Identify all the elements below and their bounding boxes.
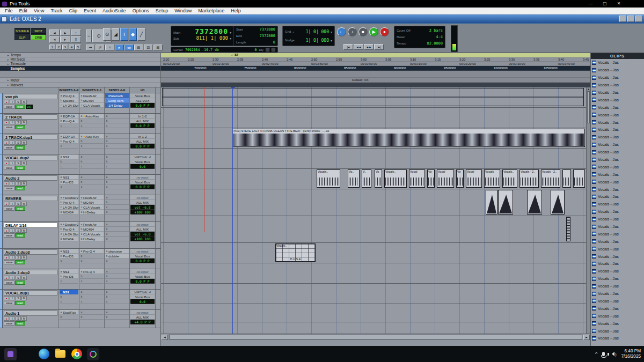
hidden-icons-chevron[interactable]: ^ bbox=[595, 351, 597, 357]
automation-mode-button[interactable]: read bbox=[15, 233, 25, 238]
menu-edit[interactable]: Edit bbox=[16, 8, 31, 13]
audio-clip-beat[interactable]: (free) STEVE LACY x FRANK OCEAN TYPE BEA… bbox=[232, 129, 585, 147]
mute-button[interactable]: M bbox=[21, 316, 27, 321]
io-no-input[interactable]: no input bbox=[130, 195, 155, 200]
audio-clip-vocal[interactable]: Vocal bbox=[466, 169, 482, 188]
automation-mode-button[interactable]: read bbox=[15, 280, 25, 285]
insert-h-delay[interactable]: dH-Delay bbox=[80, 237, 104, 241]
sub-counter-value[interactable]: 811| 1| 000 bbox=[181, 35, 228, 41]
mode-spot-button[interactable]: SPOT bbox=[31, 28, 46, 34]
io-no-input[interactable]: no input bbox=[130, 222, 155, 227]
automation-mode-button[interactable]: read bbox=[15, 166, 25, 170]
insert-la-2a-slvr[interactable]: cLA-2A Slvr bbox=[60, 103, 78, 108]
track-name[interactable]: 2 TRACK bbox=[4, 114, 57, 120]
clips-list-item[interactable]: Vocals - Jas bbox=[591, 327, 644, 335]
edit-canvas[interactable]: (free) STEVE LACY x FRANK OCEAN TYPE BEA… bbox=[161, 87, 586, 334]
insert-1-4-delay[interactable]: c1/4 Delay bbox=[105, 103, 129, 108]
expand-arrow-icon[interactable]: ▸ bbox=[8, 54, 9, 57]
io-all-mix[interactable]: ALL MIX bbox=[130, 119, 155, 123]
io-0-0-p-p[interactable]: 0.0 P P bbox=[130, 144, 155, 149]
io-no-input[interactable]: no input bbox=[130, 310, 155, 315]
clips-list-item[interactable]: Vocals - Jas bbox=[591, 193, 644, 201]
start-button[interactable] bbox=[21, 348, 34, 360]
maximize-icon[interactable]: ▢ bbox=[598, 0, 612, 8]
expand-arrow-icon[interactable]: ▸ bbox=[8, 78, 9, 82]
insert-fresh-air[interactable]: aFresh Air bbox=[80, 195, 104, 200]
track-view-selector[interactable]: wave bbox=[4, 125, 14, 129]
tab-to-transient-button[interactable]: ⇥ bbox=[86, 45, 95, 50]
play-button[interactable]: ▶ bbox=[369, 27, 378, 36]
end-value[interactable]: 7372800 bbox=[259, 34, 275, 38]
stop-button[interactable]: ■ bbox=[358, 27, 368, 36]
insert-eqp-1a[interactable]: aEQP-1A bbox=[60, 134, 78, 139]
insert-mc404[interactable]: dMC404 bbox=[60, 237, 78, 241]
track-name[interactable]: DELAY 1/16 bbox=[4, 223, 57, 228]
clips-list-item[interactable]: Vocals - Jas bbox=[591, 178, 644, 186]
clips-panel-header[interactable]: CLIPS bbox=[591, 53, 644, 59]
insert-la-2a-slvr[interactable]: cLA-2A Slvr bbox=[60, 232, 78, 237]
scroll-prev-button[interactable]: ◄ bbox=[49, 29, 60, 36]
track-view-selector[interactable]: wave bbox=[4, 233, 14, 238]
menu-setup[interactable]: Setup bbox=[152, 8, 172, 13]
io-4-8-p-p[interactable]: +4.8 P P bbox=[130, 320, 155, 324]
clips-list-item[interactable]: Vocals - Jas bbox=[591, 156, 644, 164]
insert-pro-q-4[interactable]: aPro-Q 4 bbox=[80, 249, 104, 254]
audio-clip-vocal[interactable]: Vocals - 2.. bbox=[541, 169, 560, 188]
midi-mini-icon[interactable] bbox=[272, 48, 275, 51]
insertion-follows-playback-button[interactable]: ▸ bbox=[115, 45, 124, 50]
input-monitor-button[interactable]: I bbox=[10, 276, 15, 280]
insert-mc404[interactable]: bMC404 bbox=[80, 98, 104, 103]
tempo-label[interactable]: Tempo bbox=[397, 42, 406, 45]
audio-clip-vocal[interactable]: V.. bbox=[362, 169, 371, 188]
zoom-preset-5-button[interactable]: 5 bbox=[75, 45, 81, 50]
clips-list-item[interactable]: Vocals - Jas bbox=[591, 283, 644, 290]
clips-list-item[interactable]: Vocals - Jas bbox=[591, 171, 644, 178]
audio-clip-reverb[interactable] bbox=[527, 190, 542, 215]
grid-note-icon[interactable]: ♩ bbox=[292, 30, 296, 33]
mute-button[interactable]: M bbox=[21, 202, 27, 206]
io-vocal-bus[interactable]: Vocal Bus bbox=[130, 294, 155, 299]
mute-button[interactable]: M bbox=[21, 296, 27, 300]
vertical-scrollbar[interactable]: ▲ bbox=[586, 87, 590, 334]
automation-follows-edit-button[interactable]: ▭ bbox=[125, 45, 134, 50]
track-lane-vocal-dup2[interactable] bbox=[161, 149, 586, 169]
track-lane-audio-2-dup2[interactable] bbox=[161, 263, 586, 284]
insert-doubler2[interactable]: aDoubler2 bbox=[60, 195, 78, 200]
automation-mode-button[interactable]: read bbox=[15, 260, 25, 264]
clips-list-item[interactable]: Vocals - Jas bbox=[591, 275, 644, 283]
track-lane-audio-2-dup3[interactable] bbox=[161, 243, 586, 263]
solo-button[interactable]: S bbox=[16, 181, 21, 186]
insert-mc404[interactable]: dMC404 bbox=[60, 210, 78, 215]
input-monitor-button[interactable]: I bbox=[10, 161, 15, 165]
automation-mode-button[interactable]: read bbox=[15, 105, 25, 109]
audio-clip-vocal[interactable]: Vocals.. bbox=[384, 169, 407, 188]
clips-list-item[interactable]: Vocals - Jas bbox=[591, 149, 644, 156]
track-header-audio-2-dup3[interactable]: Audio 2.dup3●ISMwaveread bbox=[0, 249, 59, 269]
track-header-audio-1[interactable]: Audio 1●ISMwaveread bbox=[0, 310, 59, 328]
trim-tool[interactable]: ◢ bbox=[112, 28, 120, 41]
input-monitor-button[interactable]: I bbox=[10, 100, 15, 104]
input-monitor-button[interactable]: I bbox=[10, 255, 15, 260]
clips-list-item[interactable]: Vocals - Jas bbox=[591, 268, 644, 275]
solo-button[interactable]: S bbox=[16, 100, 21, 104]
io-no-input[interactable]: no input bbox=[130, 175, 155, 180]
input-monitor-button[interactable]: I bbox=[10, 316, 15, 321]
io-0-0-p-p[interactable]: 0.0 P P bbox=[130, 258, 155, 263]
track-view-selector[interactable]: wave bbox=[4, 206, 14, 211]
horizontal-scrollbar[interactable]: ◄ ► bbox=[161, 334, 590, 340]
audio-clip-vocal[interactable]: Vocals - 2.. bbox=[519, 169, 539, 188]
menu-marketplace[interactable]: Marketplace bbox=[195, 8, 228, 13]
link-timeline-edit-button[interactable]: ≡ bbox=[105, 45, 114, 50]
track-header-vocal-dup1[interactable]: VOCAL.dup1●ISMwaveread bbox=[0, 290, 59, 309]
automation-mode-button[interactable]: read bbox=[15, 186, 25, 190]
record-enable-button[interactable]: ● bbox=[4, 276, 9, 280]
input-monitor-button[interactable]: I bbox=[10, 296, 15, 300]
samples-ruler[interactable]: 7000000750000080000008500000900000095000… bbox=[161, 66, 590, 71]
track-view-selector[interactable]: wave bbox=[4, 186, 14, 190]
insert-chorusve[interactable]: achorusve bbox=[105, 249, 129, 254]
audio-clip-vocal[interactable]: Vocals bbox=[484, 169, 500, 188]
io-all-vox[interactable]: ALL VOX bbox=[130, 98, 155, 103]
insert-pro-q-4[interactable]: bPro-Q 4 bbox=[60, 139, 78, 144]
clips-list-item[interactable]: Vocals - Jas bbox=[591, 186, 644, 193]
ruler-name-markers[interactable]: ▸Markers bbox=[0, 83, 160, 87]
